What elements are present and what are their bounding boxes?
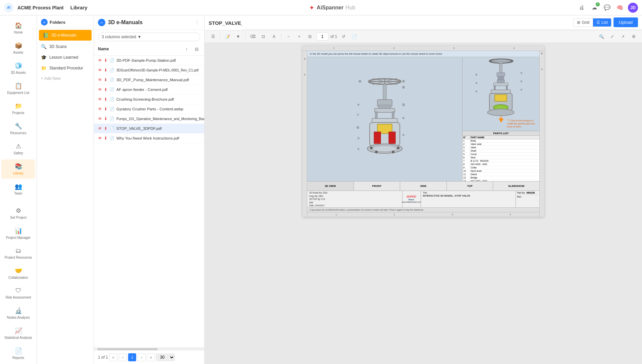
fit-width-btn[interactable]: ⊟ [306, 32, 314, 41]
eraser-btn[interactable]: ⌫ [248, 32, 257, 41]
file-row[interactable]: 👁 ⬇ 📄 AF apron feeder - Cement.pdf [94, 85, 204, 95]
settings-tool-btn[interactable]: ⚙ [629, 32, 638, 41]
last-page-btn[interactable]: » [147, 353, 155, 361]
upload-btn[interactable]: Upload [613, 17, 638, 27]
first-page-btn[interactable]: « [109, 353, 117, 361]
file-row[interactable]: 👁 ⬇ 📄 3D-PDF-Sample-Pump-Station.pdf [94, 56, 204, 65]
sidebar-item-3dassets[interactable]: 🧊 3D Assets [1, 59, 35, 78]
next-page-btn[interactable]: › [138, 353, 146, 361]
sidebar-item-statistical-analysis[interactable]: 📈 Statistical Analysis [1, 324, 35, 343]
slideshow-btn[interactable]: SLIDESHOW [493, 181, 539, 191]
filter-btn[interactable]: ⊟ [193, 45, 200, 53]
file-name-6: Pumps_101_Operation_Maintenance_and_Moni… [116, 117, 204, 121]
sidebar-item-nodes-analysis[interactable]: 🔬 Nodes Analysis [1, 304, 35, 323]
files-overflow-menu[interactable]: ⋮ [194, 19, 200, 25]
svg-text:⑥: ⑥ [475, 73, 477, 76]
annotate-btn[interactable]: 📝 [223, 32, 232, 41]
part-name-4: Cover [470, 153, 539, 156]
sidebar-item-equipment[interactable]: 📋 Equipment List [1, 79, 35, 98]
file-download-icon-7: ⬇ [104, 126, 107, 131]
topbar: AI ACME Process Plant Library ✦ AiSpanne… [0, 0, 642, 15]
parts-row: 5Cover [463, 153, 539, 156]
file-row[interactable]: 👁 ⬇ 📄 Pumps_101_Operation_Maintenance_an… [94, 114, 204, 124]
parts-row: 7B 1173 - M20x35 [463, 159, 539, 163]
sidebar-item-projects[interactable]: 📁 Projects [1, 99, 35, 118]
text-btn[interactable]: A [270, 32, 278, 41]
svg-point-18 [370, 147, 373, 149]
search-tool-btn[interactable]: 🔍 [597, 32, 606, 41]
file-row[interactable]: 👁 ⬇ 📄 Crushing-Screening-Brochure.pdf [94, 95, 204, 104]
sidebar-item-project-resources[interactable]: 🗂 Project Resources [1, 244, 35, 263]
grid-view-btn[interactable]: ⊞ Grid [574, 18, 593, 27]
pdf-exploded-view[interactable]: ⑥ ⑤ ④ ③ ② ① ↖ [463, 57, 539, 131]
sidebar-item-assets[interactable]: 📦 Assets [1, 39, 35, 58]
col-n: N° [463, 136, 470, 139]
sidebar-item-collaboration[interactable]: 🤝 Collaboration [1, 264, 35, 283]
front-view-btn[interactable]: FRONT [354, 181, 400, 191]
top-view-btn[interactable]: TOP [447, 181, 493, 191]
part-name-8: Collar [470, 166, 539, 169]
print-tool-btn[interactable]: 📄 [350, 32, 359, 41]
refresh-btn[interactable]: ↺ [339, 32, 348, 41]
file-row-selected[interactable]: 👁 ⬇ 📄 STOP_VALVE_3DPDF.pdf [94, 124, 204, 134]
page-number-input[interactable] [316, 33, 328, 41]
folder-item-3d-emanuals[interactable]: 📗 3D e-Manuals [39, 30, 92, 41]
filter-tool-btn[interactable]: ▼ [234, 32, 243, 41]
fullscreen-btn[interactable]: ⤢ [608, 32, 617, 41]
print-icon[interactable]: 🖨 [577, 3, 586, 12]
cloud-icon[interactable]: ☁0 [590, 3, 599, 12]
folder-item-3d-scans[interactable]: 🔍 3D Scans [37, 41, 94, 52]
current-page-btn[interactable]: 1 [128, 353, 136, 361]
files-collapse-btn[interactable]: ‹‹ [98, 19, 105, 26]
sidebar-item-library[interactable]: 📚 Library [1, 159, 35, 179]
prev-page-btn[interactable]: ‹ [119, 353, 127, 361]
file-doc-icon-8: 📄 [109, 136, 114, 141]
sidebar-item-set-project[interactable]: ⚙ Set Project [1, 204, 35, 223]
file-icon-4: 👁 [98, 97, 102, 102]
fit-page-btn[interactable]: ⊡ [259, 32, 268, 41]
zoom-in-btn[interactable]: + [295, 32, 304, 41]
files-scroll[interactable]: 👁 ⬇ 📄 3D-PDF-Sample-Pump-Station.pdf 👁 ⬇… [94, 56, 204, 348]
brain-icon[interactable]: 🧠 [615, 3, 625, 12]
annotation-btn[interactable]: ☰ [209, 32, 217, 41]
folder-item-standard-procedure[interactable]: 📁 Standard Procedur [37, 63, 94, 73]
click-note: ↖ Click on the numbers to isolate the sp… [507, 118, 537, 128]
svg-text:④: ④ [475, 90, 477, 93]
file-download-icon-0: ⬇ [104, 58, 107, 63]
side-view-btn[interactable]: SIDE [400, 181, 447, 191]
sort-asc-btn[interactable]: ↑ [183, 45, 190, 53]
file-row[interactable]: 👁 ⬇ 📄 3D_PDF_Pump_Maintenance_Manual.pdf [94, 75, 204, 85]
user-avatar[interactable]: JD [628, 3, 638, 13]
share-tool-btn[interactable]: ↗ [619, 32, 627, 41]
3d-view-btn[interactable]: 3D VIEW [307, 181, 354, 191]
zoom-out-btn[interactable]: − [284, 32, 293, 41]
sidebar-item-team[interactable]: 👥 Team [1, 179, 35, 199]
sidebar-item-resources[interactable]: 🔧 Resources [1, 119, 35, 139]
horizontal-scrollbar[interactable] [94, 348, 204, 350]
column-selector[interactable]: 3 columns selected ▼ [98, 33, 200, 41]
file-row[interactable]: 👁 ⬇ 📄 3DScanOffshore3D-Sample-PI-MDL-000… [94, 65, 204, 75]
folders-collapse-btn[interactable]: ‹‹ [41, 19, 48, 25]
pdf-valve-area[interactable]: ⑭ ⑮ ⑯ ④ ⑦ ⑫ ③ ① ⑬ ⑥ [307, 57, 462, 181]
sidebar-item-safety[interactable]: ⚠ Safety [1, 139, 35, 159]
sidebar-item-reports[interactable]: 📄 Reports [1, 344, 35, 363]
folder-item-lesson-learned[interactable]: 🎓 Lesson Learned [37, 52, 94, 63]
folder-label-standard: Standard Procedur [49, 66, 83, 70]
file-icon-3: 👁 [98, 87, 102, 92]
chat-icon[interactable]: 💬 [602, 3, 612, 12]
sidebar-item-project-manager[interactable]: 📊 Project Manager [1, 224, 35, 243]
parts-row: 12Bridge [463, 176, 539, 179]
file-row[interactable]: 👁 ⬇ 📄 Why You Need Work Instructions.pdf [94, 134, 204, 143]
ruler-top: 1 2 3 4 [303, 46, 544, 51]
add-new-folder-btn[interactable]: + Add New [37, 73, 94, 84]
sidebar-item-home[interactable]: 🏠 Home [1, 18, 35, 38]
files-panel-title: 3D e-Manuals [108, 19, 143, 25]
file-row[interactable]: 👁 ⬇ 📄 Gyratory Crusher Parts - Content.w… [94, 104, 204, 114]
sidebar-item-risk-assessment[interactable]: 🛡 Risk Assessment [1, 284, 35, 303]
page-size-select[interactable]: 30 50 100 [156, 354, 175, 361]
part-name-10: Gland [470, 173, 539, 176]
svg-text:⑭: ⑭ [359, 80, 361, 83]
list-view-btn[interactable]: ☰ List [593, 18, 611, 27]
file-icon-2: 👁 [98, 77, 102, 82]
svg-text:⑦: ⑦ [357, 113, 359, 116]
